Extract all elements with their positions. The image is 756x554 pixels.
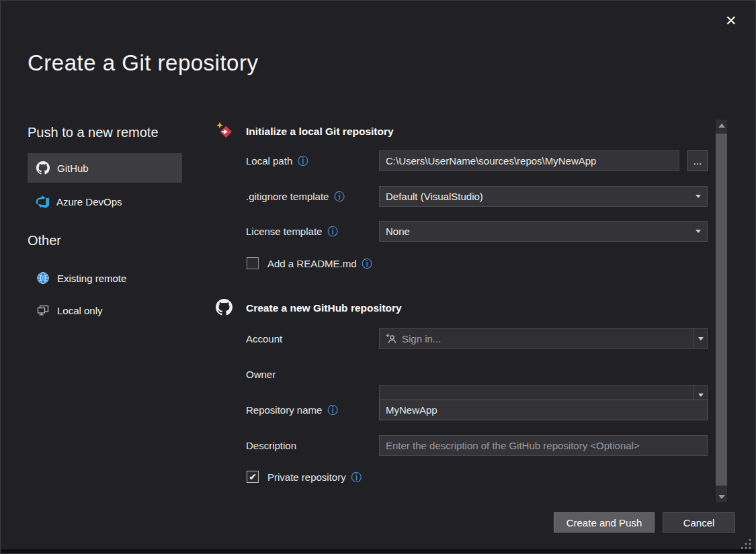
license-selected-value: None	[386, 226, 696, 237]
private-info-icon[interactable]: ⓘ	[351, 472, 362, 483]
azure-devops-icon	[36, 195, 49, 208]
account-label: Account	[246, 333, 282, 344]
description-label-row: Description	[246, 440, 296, 451]
create-git-repository-dialog: ✕ Create a Git repository Push to a new …	[0, 0, 756, 554]
scroll-down-button[interactable]	[716, 491, 727, 502]
sidebar-item-local-only[interactable]: Local only	[28, 297, 182, 324]
chevron-down-icon	[698, 337, 704, 340]
page-title: Create a Git repository	[28, 50, 258, 76]
private-label-row: Private repository ⓘ	[267, 471, 362, 483]
readme-label: Add a README.md	[267, 258, 357, 269]
gitignore-label-row: .gitignore template ⓘ	[246, 191, 345, 202]
section-heading-init: Initialize a local Git repository	[246, 126, 394, 138]
repo-name-info-icon[interactable]: ⓘ	[327, 405, 338, 416]
scroll-up-icon	[718, 124, 725, 128]
scroll-down-icon	[718, 495, 725, 499]
license-label: License template	[246, 226, 322, 237]
gitignore-dropdown[interactable]: Default (VisualStudio)	[379, 186, 708, 207]
account-dropdown[interactable]: Sign in...	[379, 328, 708, 349]
browse-button-label: ...	[694, 155, 702, 167]
chevron-down-icon	[696, 195, 701, 198]
description-label: Description	[246, 440, 296, 451]
window-bottom-edge	[1, 549, 755, 553]
create-and-push-label: Create and Push	[566, 517, 642, 528]
sidebar-heading-push: Push to a new remote	[28, 125, 159, 140]
sidebar-item-label: Existing remote	[57, 273, 126, 284]
local-path-label-row: Local path ⓘ	[246, 155, 308, 167]
gitignore-info-icon[interactable]: ⓘ	[334, 191, 345, 202]
check-icon: ✔	[249, 472, 257, 481]
local-path-info-icon[interactable]: ⓘ	[298, 156, 308, 167]
sidebar-heading-other: Other	[28, 233, 61, 248]
sidebar-item-label: Local only	[57, 305, 103, 316]
sidebar-item-github[interactable]: GitHub	[28, 153, 182, 183]
sign-in-icon	[386, 333, 397, 344]
description-input[interactable]	[379, 435, 708, 456]
owner-label: Owner	[246, 369, 276, 380]
gitignore-selected-value: Default (VisualStudio)	[386, 191, 696, 202]
repo-name-label: Repository name	[246, 404, 322, 416]
account-selected-value: Sign in...	[402, 333, 694, 344]
repo-name-input[interactable]	[379, 400, 708, 420]
scroll-up-button[interactable]	[716, 120, 727, 131]
close-icon: ✕	[725, 13, 737, 28]
cancel-button[interactable]: Cancel	[663, 512, 735, 533]
chevron-down-icon	[696, 230, 701, 233]
gitignore-label: .gitignore template	[246, 191, 329, 202]
chevron-down-icon	[698, 394, 704, 397]
local-path-input[interactable]	[379, 150, 679, 171]
browse-button[interactable]: ...	[687, 150, 708, 171]
license-label-row: License template ⓘ	[246, 226, 338, 237]
create-and-push-button[interactable]: Create and Push	[554, 512, 655, 533]
sidebar-item-existing-remote[interactable]: Existing remote	[28, 265, 182, 291]
license-dropdown[interactable]: None	[379, 221, 708, 242]
readme-info-icon[interactable]: ⓘ	[362, 259, 373, 269]
cancel-label: Cancel	[683, 517, 715, 528]
monitor-icon	[36, 304, 50, 317]
close-button[interactable]: ✕	[725, 13, 737, 28]
account-label-row: Account	[246, 333, 282, 344]
readme-label-row: Add a README.md ⓘ	[267, 258, 373, 269]
init-repository-icon	[216, 122, 234, 140]
github-icon	[36, 161, 50, 175]
resize-grip[interactable]	[740, 538, 752, 550]
sidebar-item-azure-devops[interactable]: Azure DevOps	[28, 187, 182, 216]
globe-icon	[36, 271, 50, 285]
section-heading-github: Create a new GitHub repository	[246, 302, 402, 314]
account-dropdown-button[interactable]	[694, 329, 707, 349]
sidebar-item-label: GitHub	[57, 163, 89, 174]
private-checkbox[interactable]: ✔	[247, 471, 259, 483]
github-section-icon	[216, 299, 233, 316]
local-path-label: Local path	[246, 155, 292, 167]
owner-label-row: Owner	[246, 369, 276, 380]
sidebar-item-label: Azure DevOps	[56, 196, 122, 207]
license-info-icon[interactable]: ⓘ	[327, 226, 338, 237]
readme-checkbox[interactable]	[247, 257, 259, 269]
scrollbar[interactable]	[716, 120, 727, 502]
private-label: Private repository	[267, 471, 346, 483]
repo-name-label-row: Repository name ⓘ	[246, 404, 338, 416]
scroll-thumb[interactable]	[716, 134, 727, 486]
